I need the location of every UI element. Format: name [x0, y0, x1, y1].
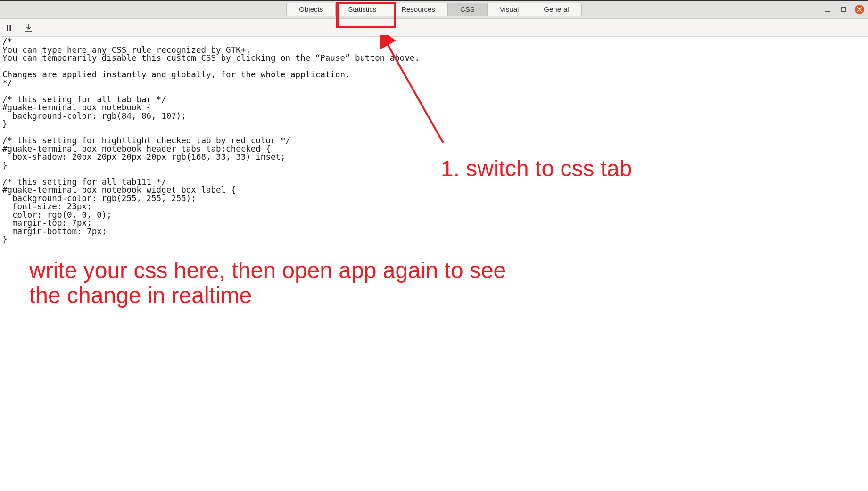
save-icon: [25, 24, 32, 32]
pause-button[interactable]: [4, 23, 14, 33]
titlebar: Objects Statistics Resources CSS Visual …: [0, 0, 868, 19]
annotation-instruction: write your css here, then open app again…: [29, 258, 506, 308]
tab-resources[interactable]: Resources: [389, 3, 448, 16]
titlebar-top-strip: [0, 0, 868, 1]
tab-switcher: Objects Statistics Resources CSS Visual …: [286, 3, 581, 16]
toolbar: [0, 19, 868, 37]
tab-visual[interactable]: Visual: [488, 3, 532, 16]
maximize-icon: [841, 7, 846, 12]
css-editor[interactable]: /* You can type here any CSS rule recogn…: [0, 37, 868, 245]
tab-statistics[interactable]: Statistics: [336, 3, 389, 16]
tab-objects[interactable]: Objects: [287, 3, 336, 16]
minimize-button[interactable]: [823, 5, 832, 14]
tab-css[interactable]: CSS: [448, 3, 488, 16]
svg-rect-3: [10, 25, 12, 31]
tab-general[interactable]: General: [531, 3, 581, 16]
close-icon: [857, 7, 862, 12]
window-controls: [823, 5, 864, 14]
svg-rect-1: [842, 7, 846, 11]
maximize-button[interactable]: [839, 5, 848, 14]
minimize-icon: [825, 7, 830, 12]
svg-rect-0: [825, 11, 830, 12]
close-button[interactable]: [855, 5, 864, 14]
save-button[interactable]: [24, 23, 34, 33]
svg-rect-2: [7, 25, 8, 31]
pause-icon: [6, 25, 12, 31]
